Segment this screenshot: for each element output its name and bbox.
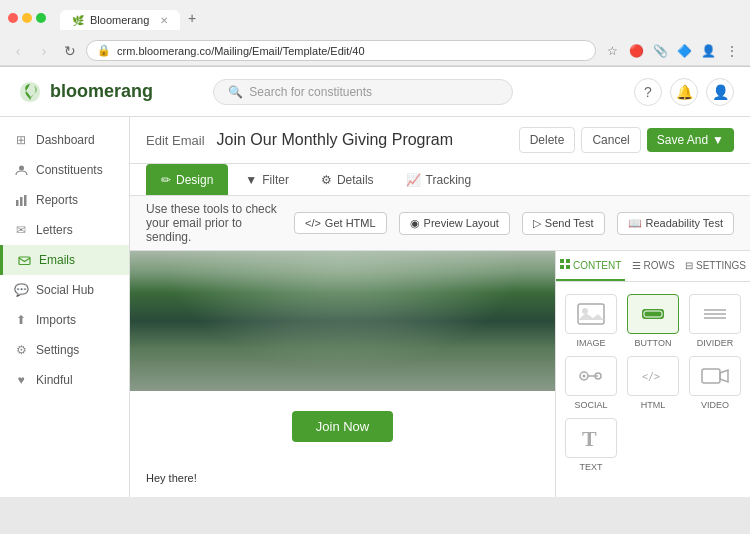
edit-email-title: Edit Email (146, 133, 205, 148)
sidebar-item-kindful[interactable]: ♥ Kindful (0, 365, 129, 395)
close-window-button[interactable] (8, 13, 18, 23)
content-block-video[interactable]: VIDEO (688, 356, 742, 410)
readability-test-button[interactable]: 📖 Readability Test (617, 212, 734, 235)
send-test-button[interactable]: ▷ Send Test (522, 212, 605, 235)
social-hub-icon: 💬 (14, 283, 28, 297)
save-dropdown-arrow: ▼ (712, 133, 724, 147)
svg-point-0 (19, 165, 24, 170)
user-account-button[interactable]: 👤 (706, 78, 734, 106)
maximize-window-button[interactable] (36, 13, 46, 23)
preview-layout-button[interactable]: ◉ Preview Layout (399, 212, 510, 235)
tab-design[interactable]: ✏ Design (146, 164, 228, 195)
reports-icon (14, 193, 28, 207)
sidebar-item-label: Settings (36, 343, 79, 357)
sidebar-item-label: Reports (36, 193, 78, 207)
sidebar-item-social-hub[interactable]: 💬 Social Hub (0, 275, 129, 305)
app-header: bloomerang 🔍 Search for constituents ? 🔔… (0, 67, 750, 117)
svg-line-9 (329, 369, 333, 375)
save-and-label: Save And (657, 133, 708, 147)
join-button-container: Join Now (130, 391, 555, 462)
html-icon: </> (305, 217, 321, 229)
content-block-divider[interactable]: DIVIDER (688, 294, 742, 348)
panel-tab-content[interactable]: CONTENT (556, 251, 625, 281)
content-panel-icon (560, 259, 570, 271)
tab-design-label: Design (176, 173, 213, 187)
tracking-icon: 📈 (406, 173, 421, 187)
tab-tracking[interactable]: 📈 Tracking (391, 164, 487, 195)
content-block-text[interactable]: T TEXT (564, 418, 618, 472)
refresh-button[interactable]: ↻ (60, 41, 80, 61)
extension-icon-1[interactable]: 🔴 (626, 41, 646, 61)
text-block-icon: T (565, 418, 617, 458)
sidebar-item-imports[interactable]: ⬆ Imports (0, 305, 129, 335)
hero-image-svg (130, 251, 555, 391)
forward-button[interactable]: › (34, 41, 54, 61)
svg-text:T: T (582, 426, 597, 451)
notifications-button[interactable]: 🔔 (670, 78, 698, 106)
help-button[interactable]: ? (634, 78, 662, 106)
cancel-button[interactable]: Cancel (581, 127, 640, 153)
sidebar-item-reports[interactable]: Reports (0, 185, 129, 215)
sidebar-item-label: Emails (39, 253, 75, 267)
extension-icon-2[interactable]: 📎 (650, 41, 670, 61)
content-block-social[interactable]: SOCIAL (564, 356, 618, 410)
tab-close-button[interactable]: ✕ (160, 15, 168, 26)
svg-rect-17 (566, 265, 570, 269)
content-block-button[interactable]: BUTTON (626, 294, 680, 348)
video-block-icon (689, 356, 741, 396)
content-block-image[interactable]: IMAGE (564, 294, 618, 348)
email-paragraph-intro: Each and every year we rely on generous … (146, 495, 539, 498)
join-now-button[interactable]: Join Now (292, 411, 393, 442)
readability-icon: 📖 (628, 217, 642, 230)
bookmark-icon[interactable]: ☆ (602, 41, 622, 61)
save-and-button[interactable]: Save And ▼ (647, 128, 734, 152)
svg-rect-13 (130, 251, 555, 391)
settings-icon: ⚙ (14, 343, 28, 357)
extension-icon-3[interactable]: 🔷 (674, 41, 694, 61)
panel-tab-rows[interactable]: ☰ ROWS (625, 251, 681, 281)
svg-line-12 (334, 377, 337, 384)
panel-tab-settings[interactable]: ⊟ SETTINGS (681, 251, 750, 281)
email-preview[interactable]: Join Now Hey there! Each and every year … (130, 251, 555, 497)
email-paragraph-greeting: Hey there! (146, 470, 539, 487)
sidebar-item-label: Dashboard (36, 133, 95, 147)
global-search[interactable]: 🔍 Search for constituents (213, 79, 513, 105)
content-block-html[interactable]: </> HTML (626, 356, 680, 410)
get-html-button[interactable]: </> Get HTML (294, 212, 387, 234)
panel-tab-content-label: CONTENT (573, 260, 621, 271)
sidebar-item-label: Constituents (36, 163, 103, 177)
image-block-label: IMAGE (576, 338, 605, 348)
tab-details[interactable]: ⚙ Details (306, 164, 389, 195)
browser-title-bar: 🌿 Bloomerang ✕ + (0, 0, 750, 36)
send-icon: ▷ (533, 217, 541, 230)
html-block-icon: </> (627, 356, 679, 396)
content-area: Join Now Hey there! Each and every year … (130, 251, 750, 497)
user-profile-icon[interactable]: 👤 (698, 41, 718, 61)
sidebar-item-constituents[interactable]: Constituents (0, 155, 129, 185)
minimize-window-button[interactable] (22, 13, 32, 23)
active-browser-tab[interactable]: 🌿 Bloomerang ✕ (60, 10, 180, 30)
divider-block-label: DIVIDER (697, 338, 734, 348)
sidebar-item-dashboard[interactable]: ⊞ Dashboard (0, 125, 129, 155)
browser-nav-bar: ‹ › ↻ 🔒 crm.bloomerang.co/Mailing/Email/… (0, 36, 750, 66)
send-test-label: Send Test (545, 217, 594, 229)
tab-filter[interactable]: ▼ Filter (230, 164, 304, 195)
sidebar-item-settings[interactable]: ⚙ Settings (0, 335, 129, 365)
edit-email-header: Edit Email Join Our Monthly Giving Progr… (130, 117, 750, 164)
address-bar[interactable]: 🔒 crm.bloomerang.co/Mailing/Email/Templa… (86, 40, 596, 61)
dashboard-icon: ⊞ (14, 133, 28, 147)
sidebar-item-emails[interactable]: Emails (0, 245, 129, 275)
panel-tab-rows-label: ROWS (644, 260, 675, 271)
email-name: Join Our Monthly Giving Program (217, 131, 454, 149)
get-html-label: Get HTML (325, 217, 376, 229)
imports-icon: ⬆ (14, 313, 28, 327)
delete-button[interactable]: Delete (519, 127, 576, 153)
right-panel: CONTENT ☰ ROWS ⊟ SETTINGS (555, 251, 750, 497)
logo-icon (16, 78, 44, 106)
back-button[interactable]: ‹ (8, 41, 28, 61)
svg-line-10 (334, 369, 338, 375)
sidebar-item-letters[interactable]: ✉ Letters (0, 215, 129, 245)
new-tab-button[interactable]: + (180, 6, 204, 30)
browser-menu-icon[interactable]: ⋮ (722, 41, 742, 61)
html-block-label: HTML (641, 400, 666, 410)
